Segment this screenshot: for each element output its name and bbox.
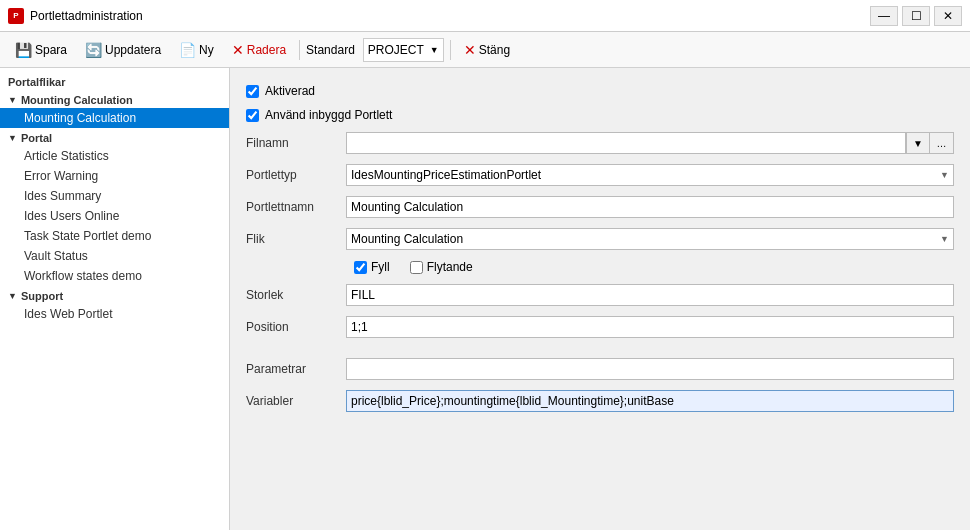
new-icon: 📄 [179,42,196,58]
maximize-button[interactable]: ☐ [902,6,930,26]
fyll-flytande-row: Fyll Flytande [354,260,954,274]
parametrar-label: Parametrar [246,362,346,376]
save-icon: 💾 [15,42,32,58]
portlettnamn-input[interactable] [346,196,954,218]
anvand-row: Använd inbyggd Portlett [246,108,954,122]
spacer [246,348,954,358]
storlek-input[interactable] [346,284,954,306]
aktiverad-checkbox[interactable] [246,85,259,98]
filnamn-browse-button[interactable]: ▼ [906,132,930,154]
sidebar-item-error-warning[interactable]: Error Warning [0,166,229,186]
portlettyp-label: Portlettyp [246,168,346,182]
portal-expand-icon: ▼ [8,133,17,143]
app-icon: P [8,8,24,24]
toolbar-separator [299,40,300,60]
position-label: Position [246,320,346,334]
window-title: Portlettadministration [30,9,143,23]
toolbar-separator-2 [450,40,451,60]
variabler-input[interactable] [346,390,954,412]
portlettnamn-row: Portlettnamn [246,196,954,218]
flik-value: Mounting Calculation [351,232,463,246]
minimize-button[interactable]: — [870,6,898,26]
sidebar-item-task-state-label: Task State Portlet demo [24,229,151,243]
portlettyp-row: Portlettyp IdesMountingPriceEstimationPo… [246,164,954,186]
sidebar-item-article-statistics-label: Article Statistics [24,149,109,163]
delete-button[interactable]: ✕ Radera [225,37,293,63]
fyll-checkbox[interactable] [354,261,367,274]
sidebar-item-mounting-calculation-label: Mounting Calculation [24,111,136,125]
portlettyp-dropdown[interactable]: IdesMountingPriceEstimationPortlet ▼ [346,164,954,186]
sidebar-item-ides-users-online[interactable]: Ides Users Online [0,206,229,226]
standard-dropdown[interactable]: PROJECT ▼ [363,38,444,62]
new-button[interactable]: 📄 Ny [172,37,221,63]
anvand-label: Använd inbyggd Portlett [265,108,392,122]
parametrar-row: Parametrar [246,358,954,380]
filnamn-open-button[interactable]: … [930,132,954,154]
expand-icon: ▼ [8,95,17,105]
delete-icon: ✕ [232,42,244,58]
fyll-check-container: Fyll [354,260,390,274]
sidebar-item-workflow-states[interactable]: Workflow states demo [0,266,229,286]
sidebar-item-workflow-states-label: Workflow states demo [24,269,142,283]
sidebar-item-article-statistics[interactable]: Article Statistics [0,146,229,166]
close-app-icon: ✕ [464,42,476,58]
delete-label: Radera [247,43,286,57]
sidebar-item-ides-users-online-label: Ides Users Online [24,209,119,223]
sidebar-group-mounting[interactable]: ▼ Mounting Calculation [0,90,229,108]
portalflikar-label: Portalflikar [8,76,65,88]
update-button[interactable]: 🔄 Uppdatera [78,37,168,63]
portlettnamn-label: Portlettnamn [246,200,346,214]
portalflikar-header: Portalflikar [0,72,229,90]
storlek-label: Storlek [246,288,346,302]
parametrar-input[interactable] [346,358,954,380]
flik-label: Flik [246,232,346,246]
sidebar-item-ides-web-portlet-label: Ides Web Portlet [24,307,113,321]
save-label: Spara [35,43,67,57]
sidebar-item-ides-web-portlet[interactable]: Ides Web Portlet [0,304,229,324]
standard-label: Standard [306,43,355,57]
support-expand-icon: ▼ [8,291,17,301]
sidebar-group-support[interactable]: ▼ Support [0,286,229,304]
sidebar-item-ides-summary-label: Ides Summary [24,189,101,203]
portlettyp-value: IdesMountingPriceEstimationPortlet [351,168,541,182]
position-row: Position [246,316,954,338]
aktiverad-label: Aktiverad [265,84,315,98]
standard-dropdown-value: PROJECT [368,43,428,57]
title-bar: P Portlettadministration — ☐ ✕ [0,0,970,32]
filnamn-input[interactable] [346,132,906,154]
sidebar-group-portal[interactable]: ▼ Portal [0,128,229,146]
aktiverad-row: Aktiverad [246,84,954,98]
close-button[interactable]: ✕ [934,6,962,26]
main-layout: Portalflikar ▼ Mounting Calculation Moun… [0,68,970,530]
fyll-label: Fyll [371,260,390,274]
flytande-checkbox[interactable] [410,261,423,274]
sidebar-item-vault-status-label: Vault Status [24,249,88,263]
flik-dropdown[interactable]: Mounting Calculation ▼ [346,228,954,250]
filnamn-label: Filnamn [246,136,346,150]
position-input[interactable] [346,316,954,338]
sidebar-item-task-state[interactable]: Task State Portlet demo [0,226,229,246]
close-app-label: Stäng [479,43,510,57]
update-label: Uppdatera [105,43,161,57]
update-icon: 🔄 [85,42,102,58]
filnamn-row: Filnamn ▼ … [246,132,954,154]
sidebar-item-vault-status[interactable]: Vault Status [0,246,229,266]
sidebar-group-support-label: Support [21,290,63,302]
content-area: Aktiverad Använd inbyggd Portlett Filnam… [230,68,970,530]
sidebar-item-ides-summary[interactable]: Ides Summary [0,186,229,206]
flik-row: Flik Mounting Calculation ▼ [246,228,954,250]
window-controls: — ☐ ✕ [870,6,962,26]
save-button[interactable]: 💾 Spara [8,37,74,63]
storlek-row: Storlek [246,284,954,306]
filnamn-field-container: ▼ … [346,132,954,154]
sidebar-item-mounting-calculation[interactable]: Mounting Calculation [0,108,229,128]
toolbar: 💾 Spara 🔄 Uppdatera 📄 Ny ✕ Radera Standa… [0,32,970,68]
sidebar: Portalflikar ▼ Mounting Calculation Moun… [0,68,230,530]
portlettyp-dropdown-arrow: ▼ [940,170,949,180]
variabler-label: Variabler [246,394,346,408]
sidebar-group-portal-label: Portal [21,132,52,144]
anvand-checkbox[interactable] [246,109,259,122]
close-app-button[interactable]: ✕ Stäng [457,37,517,63]
flytande-check-container: Flytande [410,260,473,274]
sidebar-item-error-warning-label: Error Warning [24,169,98,183]
